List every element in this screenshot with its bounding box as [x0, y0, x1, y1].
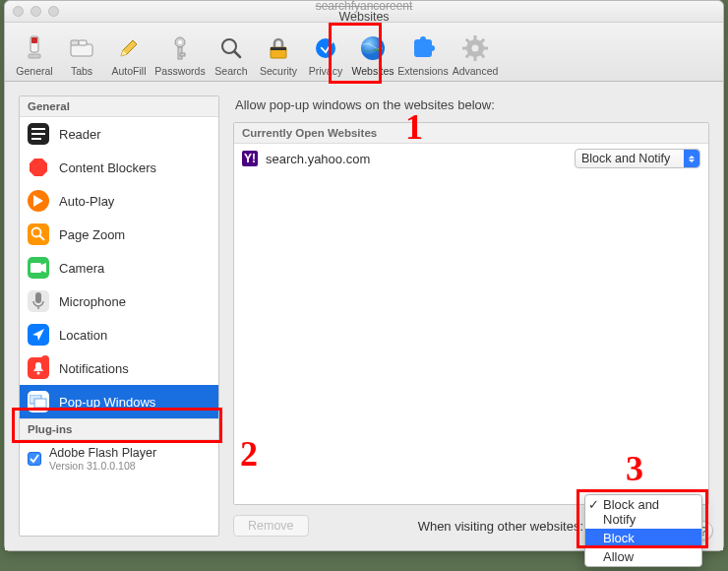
sidebar-section-general: General [20, 96, 218, 117]
svg-line-35 [39, 235, 44, 240]
plugin-checkbox[interactable] [28, 452, 41, 466]
svg-point-17 [420, 36, 426, 42]
svg-rect-38 [35, 292, 41, 303]
dropdown-option-block-notify[interactable]: ✓ Block and Notify [585, 495, 701, 529]
reader-icon [28, 123, 49, 145]
svg-rect-23 [462, 47, 467, 50]
website-name: search.yahoo.com [266, 152, 567, 166]
svg-rect-24 [483, 47, 488, 50]
settings-sidebar: General Reader Content Blockers Auto-Pla… [19, 95, 219, 537]
svg-rect-30 [31, 133, 45, 135]
stop-icon [28, 157, 49, 178]
sidebar-item-location[interactable]: Location [20, 318, 218, 351]
remove-button[interactable]: Remove [233, 515, 309, 537]
toolbar-search[interactable]: Search [208, 33, 255, 77]
key-icon [165, 33, 195, 63]
svg-rect-29 [31, 128, 45, 130]
svg-rect-36 [30, 263, 41, 273]
dropdown-option-allow[interactable]: Allow [585, 547, 701, 566]
preferences-window: searchfyancoreent Websites General Tabs … [4, 0, 724, 551]
sidebar-item-popups[interactable]: Pop-up Windows [20, 385, 218, 418]
preferences-toolbar: General Tabs AutoFill Passwords Search [5, 23, 723, 82]
windows-icon [28, 391, 49, 412]
other-websites-dropdown[interactable]: ✓ Block and Notify Block Allow [584, 494, 702, 567]
svg-point-7 [178, 40, 182, 44]
svg-rect-21 [474, 35, 477, 40]
sidebar-item-notifications[interactable]: Notifications [20, 351, 218, 385]
sidebar-item-page-zoom[interactable]: Page Zoom [20, 218, 218, 251]
toolbar-passwords[interactable]: Passwords [152, 33, 208, 77]
svg-rect-22 [474, 56, 477, 61]
plugin-flash[interactable]: Adobe Flash Player Version 31.0.0.108 [20, 440, 218, 477]
puzzle-icon [408, 33, 438, 63]
svg-point-18 [429, 45, 435, 51]
content-area: General Reader Content Blockers Auto-Pla… [5, 82, 723, 550]
svg-marker-37 [41, 263, 46, 273]
microphone-icon [28, 290, 49, 312]
zoom-icon [28, 223, 49, 245]
svg-rect-5 [79, 40, 87, 45]
notification-badge [41, 355, 49, 363]
favicon: Y! [242, 151, 258, 166]
toolbar-tabs[interactable]: Tabs [58, 33, 105, 77]
website-setting-select[interactable]: Block and Notify [575, 149, 700, 168]
svg-rect-43 [34, 399, 46, 408]
lock-icon [264, 33, 293, 63]
toolbar-privacy[interactable]: Privacy [302, 33, 349, 77]
plugin-version: Version 31.0.0.108 [49, 460, 156, 472]
svg-rect-3 [71, 44, 92, 56]
tabs-icon [67, 33, 96, 63]
website-row[interactable]: Y! search.yahoo.com Block and Notify [234, 144, 708, 173]
privacy-icon [311, 33, 340, 63]
window-title: Websites [5, 12, 723, 23]
list-header: Currently Open Websites [234, 123, 708, 144]
sidebar-item-camera[interactable]: Camera [20, 251, 218, 285]
svg-point-15 [361, 36, 385, 60]
gear-icon [460, 33, 490, 63]
check-icon: ✓ [588, 497, 599, 512]
other-websites-label: When visiting other websites: [418, 519, 583, 534]
svg-rect-4 [71, 40, 79, 45]
toolbar-security[interactable]: Security [255, 33, 302, 77]
sidebar-item-auto-play[interactable]: Auto-Play [20, 184, 218, 218]
toolbar-general[interactable]: General [11, 33, 58, 77]
toolbar-extensions[interactable]: Extensions [396, 33, 450, 77]
play-icon [28, 190, 49, 212]
location-icon [28, 324, 49, 346]
switch-icon [20, 33, 49, 63]
dropdown-option-block[interactable]: Block [585, 529, 701, 547]
pencil-icon [114, 33, 144, 63]
svg-rect-31 [31, 138, 41, 140]
toolbar-websites[interactable]: Websites [349, 33, 396, 77]
svg-rect-2 [29, 54, 40, 58]
panel-caption: Allow pop-up windows on the websites bel… [235, 97, 709, 112]
svg-rect-9 [180, 53, 185, 56]
plugin-name: Adobe Flash Player [49, 446, 156, 460]
search-icon [216, 33, 246, 63]
svg-marker-40 [32, 329, 44, 341]
sidebar-item-reader[interactable]: Reader [20, 117, 218, 151]
svg-point-20 [472, 45, 479, 52]
camera-icon [28, 257, 49, 279]
websites-list: Currently Open Websites Y! search.yahoo.… [233, 122, 709, 505]
svg-point-41 [37, 372, 40, 375]
svg-marker-33 [33, 195, 43, 207]
sidebar-item-content-blockers[interactable]: Content Blockers [20, 151, 218, 184]
chevron-updown-icon [684, 150, 699, 167]
globe-icon [358, 33, 388, 63]
titlebar: searchfyancoreent Websites [5, 1, 723, 23]
detail-panel: Allow pop-up windows on the websites bel… [233, 95, 709, 537]
toolbar-advanced[interactable]: Advanced [450, 33, 501, 77]
svg-rect-1 [31, 37, 37, 43]
svg-line-11 [234, 51, 240, 57]
toolbar-autofill[interactable]: AutoFill [105, 33, 152, 77]
sidebar-item-microphone[interactable]: Microphone [20, 285, 218, 318]
sidebar-section-plugins: Plug-ins [20, 418, 218, 440]
svg-rect-13 [271, 47, 286, 50]
svg-marker-32 [30, 159, 47, 176]
